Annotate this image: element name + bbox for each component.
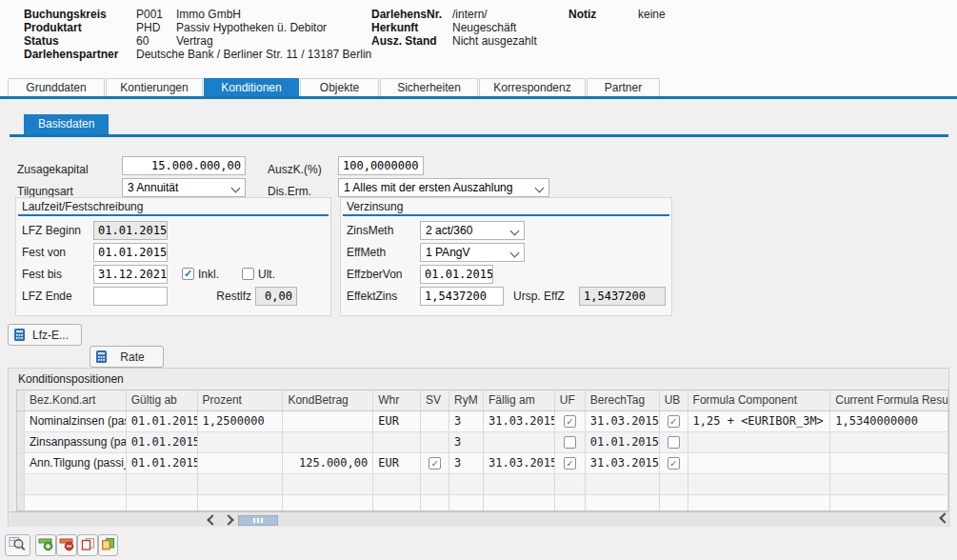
- table-cell[interactable]: [688, 432, 831, 452]
- table-cell[interactable]: [421, 495, 449, 511]
- table-cell[interactable]: ✓: [421, 453, 449, 473]
- column-header[interactable]: UB: [660, 390, 688, 410]
- tab-basisdaten[interactable]: Basisdaten: [24, 114, 109, 134]
- diserm-select[interactable]: 1 Alles mit der ersten Auszahlung: [338, 178, 549, 197]
- table-cell[interactable]: [283, 474, 373, 494]
- table-cell[interactable]: [555, 474, 586, 494]
- table-scroll-left-edge-button[interactable]: [936, 511, 953, 525]
- table-cell[interactable]: [373, 495, 421, 511]
- column-header[interactable]: Whr: [373, 390, 421, 410]
- cell-checkbox[interactable]: [668, 436, 680, 449]
- column-header[interactable]: Fällig am: [484, 390, 555, 410]
- tab-kontierungen[interactable]: Kontierungen: [106, 78, 203, 96]
- table-cell[interactable]: [449, 495, 484, 511]
- column-header[interactable]: SV: [421, 390, 449, 410]
- table-cell[interactable]: ✓: [660, 453, 688, 473]
- table-cell[interactable]: Ann.Tilgung (passi_: [25, 453, 127, 473]
- delete-line-button[interactable]: [56, 534, 77, 556]
- cell-checkbox[interactable]: ✓: [668, 415, 680, 428]
- inkl-checkbox[interactable]: ✓: [182, 268, 194, 280]
- table-cell[interactable]: [421, 411, 449, 431]
- table-cell[interactable]: [283, 495, 373, 511]
- cell-checkbox[interactable]: ✓: [564, 415, 576, 428]
- tab-partner[interactable]: Partner: [587, 78, 660, 96]
- horizontal-scrollbar[interactable]: [10, 511, 947, 527]
- table-cell[interactable]: 3: [449, 453, 484, 473]
- table-row[interactable]: [17, 495, 948, 511]
- table-cell[interactable]: [421, 432, 449, 452]
- scroll-left-button[interactable]: [205, 514, 219, 526]
- table-cell[interactable]: [373, 432, 421, 452]
- rate-calc-button[interactable]: Rate: [90, 346, 164, 368]
- zinsmeth-select[interactable]: 2 act/360: [420, 221, 525, 240]
- table-cell[interactable]: [198, 474, 284, 494]
- table-cell[interactable]: [449, 474, 484, 494]
- column-header[interactable]: Bez.Kond.art: [25, 390, 127, 410]
- table-cell[interactable]: Nominalzinsen (pas_: [25, 411, 127, 431]
- lfz-ende-field[interactable]: [93, 287, 168, 306]
- horizontal-scrollbar-thumb[interactable]: [238, 515, 278, 526]
- table-cell[interactable]: [830, 453, 948, 473]
- table-cell[interactable]: [555, 495, 586, 511]
- tab-grunddaten[interactable]: Grunddaten: [8, 78, 105, 96]
- column-header[interactable]: Prozent: [198, 390, 284, 410]
- cell-checkbox[interactable]: ✓: [668, 457, 680, 470]
- tab-konditionen[interactable]: Konditionen: [204, 78, 299, 96]
- table-cell[interactable]: 125.000,00: [283, 453, 373, 473]
- table-cell[interactable]: 1,5340000000: [830, 411, 948, 431]
- column-header[interactable]: UF: [555, 390, 586, 410]
- cell-checkbox[interactable]: [564, 436, 576, 449]
- table-cell[interactable]: [830, 474, 948, 494]
- table-cell[interactable]: 3: [449, 411, 484, 431]
- table-cell[interactable]: 1,2500000: [198, 411, 284, 431]
- row-selector[interactable]: [17, 411, 25, 431]
- row-selector[interactable]: [17, 495, 25, 511]
- tab-objekte[interactable]: Objekte: [300, 78, 379, 96]
- table-cell[interactable]: ✓: [555, 453, 586, 473]
- row-selector[interactable]: [17, 453, 25, 473]
- table-cell[interactable]: 31.03.2015: [484, 411, 555, 431]
- table-cell[interactable]: 01.01.2015: [127, 432, 198, 452]
- table-cell[interactable]: ✓: [660, 411, 688, 431]
- effektzins-field[interactable]: 1,5437200: [420, 287, 504, 306]
- table-cell[interactable]: [660, 474, 688, 494]
- tab-sicherheiten[interactable]: Sicherheiten: [380, 78, 478, 96]
- table-cell[interactable]: [127, 474, 198, 494]
- effzbervon-field[interactable]: 01.01.2015: [420, 265, 493, 284]
- table-cell[interactable]: [283, 411, 373, 431]
- column-header[interactable]: Formula Component: [688, 390, 831, 410]
- table-cell[interactable]: [688, 474, 831, 494]
- table-cell[interactable]: EUR: [373, 411, 421, 431]
- column-header[interactable]: Current Formula Result: [830, 390, 948, 410]
- table-cell[interactable]: [660, 432, 688, 452]
- auszk-field[interactable]: 100,0000000: [338, 156, 424, 175]
- table-cell[interactable]: [688, 495, 831, 511]
- column-header[interactable]: KondBetrag: [283, 390, 373, 410]
- scroll-right-button[interactable]: [221, 514, 235, 526]
- row-selector[interactable]: [17, 474, 25, 494]
- table-cell[interactable]: 01.01.2015: [127, 411, 198, 431]
- column-header[interactable]: BerechTag: [586, 390, 660, 410]
- tilgungsart-select[interactable]: 3 Annuität: [122, 178, 246, 197]
- ult-checkbox[interactable]: [242, 268, 254, 280]
- table-cell[interactable]: [198, 432, 284, 452]
- table-cell[interactable]: [127, 495, 198, 511]
- cell-checkbox[interactable]: ✓: [429, 457, 441, 470]
- table-cell[interactable]: [198, 453, 284, 473]
- copy-line-button[interactable]: [77, 534, 98, 556]
- cell-checkbox[interactable]: ✓: [564, 457, 576, 470]
- table-cell[interactable]: [25, 474, 127, 494]
- table-row[interactable]: Ann.Tilgung (passi_01.01.2015125.000,00E…: [17, 453, 948, 474]
- table-cell[interactable]: [688, 453, 831, 473]
- table-cell[interactable]: 01.01.2015: [127, 453, 198, 473]
- table-row[interactable]: [17, 474, 948, 495]
- insert-line-button[interactable]: [35, 534, 56, 556]
- fest-von-field[interactable]: 01.01.2015: [93, 243, 168, 262]
- table-row[interactable]: Nominalzinsen (pas_01.01.20151,2500000EU…: [17, 411, 948, 432]
- table-cell[interactable]: [283, 432, 373, 452]
- table-cell[interactable]: [198, 495, 284, 511]
- zusagekapital-field[interactable]: 15.000.000,00: [122, 156, 246, 175]
- table-cell[interactable]: 3: [449, 432, 484, 452]
- table-cell[interactable]: 1,25 + <EURIBOR_3M>: [688, 411, 831, 431]
- table-cell[interactable]: [660, 495, 688, 511]
